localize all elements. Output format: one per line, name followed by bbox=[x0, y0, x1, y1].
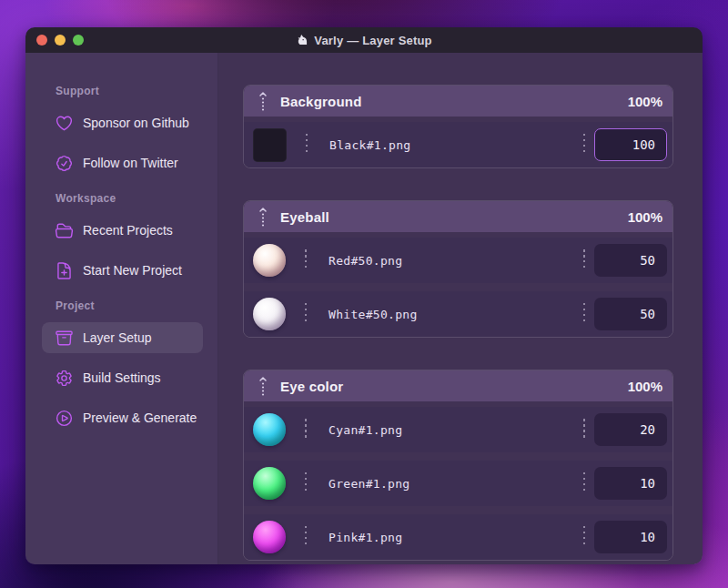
sidebar-item-label: Recent Projects bbox=[83, 223, 173, 238]
layer-filename: Cyan#1.png bbox=[329, 423, 402, 437]
group-percent: 100% bbox=[628, 209, 662, 225]
layer-weight-input[interactable] bbox=[594, 298, 667, 330]
dotted-separator bbox=[583, 134, 585, 156]
sidebar-item-build-settings[interactable]: Build Settings bbox=[42, 362, 203, 393]
sidebar-section-support: Support Sponsor on Github Follow on Twit… bbox=[42, 84, 203, 178]
layer-weight-input[interactable] bbox=[594, 413, 667, 446]
window-title-text: Varly — Layer Setup bbox=[314, 34, 432, 47]
sidebar-item-recent-projects[interactable]: Recent Projects bbox=[42, 215, 203, 246]
layer-filename: Pink#1.png bbox=[329, 531, 402, 544]
layer-group-eyeball: Eyeball 100% Red#50.png White#50.png bbox=[243, 200, 673, 338]
drag-handle-icon[interactable] bbox=[258, 207, 268, 227]
layer-row: Cyan#1.png bbox=[244, 407, 672, 452]
layer-row: Red#50.png bbox=[244, 238, 672, 283]
sidebar-item-follow-twitter[interactable]: Follow on Twitter bbox=[42, 147, 203, 178]
group-header[interactable]: Background 100% bbox=[244, 86, 672, 117]
window-title: Varly — Layer Setup bbox=[296, 34, 432, 47]
layer-thumbnail-black bbox=[253, 128, 287, 162]
app-window: Varly — Layer Setup Support Sponsor on G… bbox=[25, 27, 703, 564]
section-label: Project bbox=[42, 299, 203, 313]
group-header[interactable]: Eyeball 100% bbox=[244, 201, 672, 232]
gear-icon bbox=[55, 369, 74, 388]
unicorn-icon bbox=[296, 34, 308, 46]
group-header[interactable]: Eye color 100% bbox=[244, 370, 672, 401]
dotted-separator bbox=[306, 134, 308, 156]
traffic-lights bbox=[36, 35, 84, 46]
drag-handle-icon[interactable] bbox=[258, 91, 268, 111]
layer-row: Green#1.png bbox=[244, 461, 672, 506]
sidebar-item-label: Follow on Twitter bbox=[83, 156, 178, 170]
sidebar-item-layer-setup[interactable]: Layer Setup bbox=[42, 322, 203, 353]
sidebar-item-preview-generate[interactable]: Preview & Generate bbox=[42, 402, 203, 433]
layer-weight-input[interactable] bbox=[594, 521, 667, 553]
sidebar-item-label: Preview & Generate bbox=[83, 411, 197, 425]
dotted-separator bbox=[305, 419, 307, 441]
window-body: Support Sponsor on Github Follow on Twit… bbox=[25, 53, 703, 564]
layer-thumbnail-pink-ball bbox=[253, 521, 286, 553]
group-title: Eyeball bbox=[280, 209, 329, 225]
group-percent: 100% bbox=[628, 94, 662, 109]
dotted-separator bbox=[583, 472, 585, 494]
sidebar-item-start-new-project[interactable]: Start New Project bbox=[42, 255, 203, 286]
dotted-separator bbox=[305, 303, 307, 325]
section-label: Support bbox=[42, 84, 203, 98]
play-circle-icon bbox=[55, 409, 74, 428]
layer-row: Black#1.png bbox=[244, 122, 672, 167]
layer-thumbnail-green-ball bbox=[253, 467, 286, 500]
drag-handle-icon[interactable] bbox=[258, 376, 268, 396]
badge-check-icon bbox=[55, 154, 74, 173]
layer-weight-input[interactable] bbox=[594, 244, 667, 277]
layer-filename: Green#1.png bbox=[329, 477, 410, 491]
layer-filename: Black#1.png bbox=[329, 138, 410, 152]
dotted-separator bbox=[583, 303, 585, 325]
sidebar-section-project: Project Layer Setup Build Settings bbox=[42, 299, 203, 433]
document-plus-icon bbox=[55, 261, 74, 280]
sidebar-item-label: Sponsor on Github bbox=[83, 116, 189, 130]
group-title: Background bbox=[280, 94, 362, 109]
titlebar[interactable]: Varly — Layer Setup bbox=[25, 27, 703, 53]
section-label: Workspace bbox=[42, 191, 203, 206]
layer-thumbnail-cyan-ball bbox=[253, 413, 286, 446]
layer-filename: White#50.png bbox=[329, 308, 418, 321]
dotted-separator bbox=[305, 526, 307, 548]
layer-setup-panel: Background 100% Black#1.png bbox=[218, 53, 703, 564]
folder-open-icon bbox=[55, 221, 74, 240]
sidebar-section-workspace: Workspace Recent Projects Start New Proj… bbox=[42, 191, 203, 286]
sidebar: Support Sponsor on Github Follow on Twit… bbox=[25, 53, 218, 564]
close-button[interactable] bbox=[36, 35, 47, 46]
sidebar-item-label: Start New Project bbox=[83, 263, 182, 278]
group-percent: 100% bbox=[628, 379, 662, 394]
layer-row: White#50.png bbox=[244, 291, 672, 337]
layer-thumbnail-white-ball bbox=[253, 298, 286, 330]
layer-weight-input[interactable] bbox=[594, 467, 667, 500]
layer-row: Pink#1.png bbox=[244, 514, 672, 560]
layer-thumbnail-red-ball bbox=[253, 244, 286, 277]
sidebar-item-label: Build Settings bbox=[83, 370, 161, 385]
sidebar-item-sponsor-github[interactable]: Sponsor on Github bbox=[42, 107, 203, 138]
dotted-separator bbox=[583, 249, 585, 271]
layer-weight-input[interactable] bbox=[594, 128, 667, 161]
minimize-button[interactable] bbox=[55, 35, 66, 46]
sidebar-item-label: Layer Setup bbox=[83, 330, 152, 345]
layer-group-eye-color: Eye color 100% Cyan#1.png Green#1.png bbox=[243, 370, 673, 561]
group-title: Eye color bbox=[280, 379, 343, 394]
archive-box-icon bbox=[55, 329, 74, 348]
zoom-button[interactable] bbox=[73, 35, 84, 46]
dotted-separator bbox=[305, 472, 307, 494]
dotted-separator bbox=[583, 526, 585, 548]
dotted-separator bbox=[583, 419, 585, 441]
layer-filename: Red#50.png bbox=[329, 254, 402, 268]
dotted-separator bbox=[305, 249, 307, 271]
layer-group-background: Background 100% Black#1.png bbox=[243, 85, 673, 168]
heart-icon bbox=[55, 114, 74, 133]
